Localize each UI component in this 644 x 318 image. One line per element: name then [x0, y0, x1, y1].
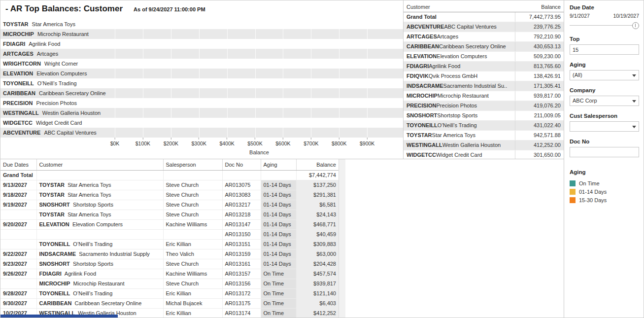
aging-filter-dropdown[interactable]: (All)	[570, 70, 639, 80]
customer-table-row[interactable]: WIDGETCCWidget Credit Card301,650.00	[404, 150, 564, 159]
balance-cell: 939,817.00	[515, 91, 564, 101]
customer-name: Shortstop Sports	[70, 202, 113, 208]
detail-table-row[interactable]: 9/19/2027SNOSHORT Shortstop SportsSteve …	[0, 200, 339, 210]
chart-row-label[interactable]: MICROCHIPMicrochip Restaurant	[0, 29, 115, 39]
customer-name: Precision Photos	[36, 100, 77, 106]
customer-table-row[interactable]: FDIQVIKQvik Process GmbH138,426.91	[404, 71, 564, 81]
as-of-timestamp: As of 9/24/2027 11:00:00 PM	[134, 6, 205, 12]
balance-cell: 792,210.90	[515, 32, 564, 41]
detail-table-row[interactable]: 9/23/2027SNOSHORT Shortstop SportsSteve …	[0, 259, 339, 269]
chart-row-label[interactable]: CARIBBEANCaribbean Secretary Online	[0, 88, 115, 98]
tick-mark	[283, 138, 283, 140]
aging-column-header: Aging	[261, 159, 296, 170]
cust-salesperson-dropdown[interactable]	[570, 121, 639, 132]
customer-table-row[interactable]: ABCVENTUREABC Capital Ventures239,776.25	[404, 22, 564, 32]
chart-row-label[interactable]: WRIGHTCORNWright Corner	[0, 59, 115, 69]
top-filter-input[interactable]	[570, 44, 639, 55]
chart-row-label[interactable]: WESTINGALLWestin Galleria Houston	[0, 108, 115, 118]
bar-track	[115, 59, 403, 69]
slider-handle[interactable]	[632, 22, 639, 29]
customer-table-row[interactable]: PRECISIONPrecision Photos419,076.20	[404, 101, 564, 110]
customer-table-row[interactable]: CARIBBEANCaribbean Secretary Online430,6…	[404, 41, 564, 51]
detail-table-row[interactable]: TOYONEILL O’Neill’s TradingEric KillianA…	[0, 239, 339, 249]
slider-track[interactable]	[570, 25, 639, 26]
detail-table-row[interactable]: 9/26/2027FDIAGRI Agrilink FoodKachine Wi…	[0, 269, 339, 279]
customer-cell: INDSACRAMESacramento Industrial Su..	[404, 81, 515, 91]
main-content: - AR Top Balances: Customer As of 9/24/2…	[0, 0, 564, 318]
detail-table-row[interactable]: MICROCHIP Microchip RestaurantSteve Chur…	[0, 279, 339, 288]
customer-code: FDIAGRI	[39, 271, 62, 277]
legend-item-on-time[interactable]: On Time	[570, 179, 639, 187]
company-filter-dropdown[interactable]: ABC Corp	[570, 96, 639, 106]
salesperson-cell: Steve Church	[163, 190, 222, 200]
customer-cell: ARTCAGESArtcages	[404, 32, 515, 41]
customer-code: WRIGHTCORN	[3, 61, 41, 67]
vertical-scrollbar[interactable]	[339, 159, 345, 318]
chart-row-label[interactable]: TOYSTARStar America Toys	[0, 19, 115, 29]
detail-table-row[interactable]: 9/22/2027INDSACRAME Sacramento Industria…	[0, 249, 339, 259]
customer-code: PRECISION	[3, 100, 33, 106]
due-date-end: 10/19/2027	[613, 13, 639, 19]
horizontal-scrollbar-thumb[interactable]	[0, 315, 118, 318]
due-date-range: 9/1/2027 10/19/2027	[570, 13, 639, 19]
aging-cell: 01-14 Days	[261, 239, 296, 249]
doc-no-cell: AR013150	[222, 229, 261, 239]
customer-cell: TOYSTAR Star America Toys	[36, 210, 163, 219]
customer-table-row[interactable]: ARTCAGESArtcages792,210.90	[404, 32, 564, 41]
chart-row-label[interactable]: TOYONEILLO’Neill’s Trading	[0, 78, 115, 88]
detail-table-row[interactable]: 9/13/2027TOYSTAR Star America ToysSteve …	[0, 180, 339, 190]
balance-cell: $457,574	[296, 269, 339, 279]
customer-code: WESTINGALL	[407, 142, 442, 148]
customer-table-row[interactable]: SNOSHORTShortstop Sports211,009.05	[404, 110, 564, 120]
customer-table-row[interactable]: TOYSTARStar America Toys942,571.88	[404, 130, 564, 140]
balance-cell: $412,252	[296, 308, 339, 318]
legend-item-15-30-days[interactable]: 15-30 Days	[570, 196, 639, 204]
chart-row-label[interactable]: ABCVENTUREABC Capital Ventures	[0, 128, 115, 138]
grand-total-label-cell: Grand Total	[0, 170, 36, 180]
doc-no-cell: AR013147	[222, 219, 261, 229]
customer-table-row[interactable]: WESTINGALLWestin Galleria Houston412,252…	[404, 140, 564, 150]
customer-table-row[interactable]: ELEVATIONElevation Computers509,230.00	[404, 51, 564, 61]
due-date-cell	[0, 210, 36, 219]
customer-table-header-row: Customer Balance	[404, 2, 564, 12]
doc-no-filter-label: Doc No	[570, 139, 639, 144]
customer-table-row[interactable]: INDSACRAMESacramento Industrial Su..171,…	[404, 81, 564, 91]
customer-name: ABC Capital Ventures	[444, 24, 496, 30]
detail-table-row[interactable]: 9/20/2027ELEVATION Elevation ComputersKa…	[0, 219, 339, 229]
detail-table-row[interactable]: AR01315001-14 Days$40,459	[0, 229, 339, 239]
x-axis: $0K$100K$200K$300K$400K$500K$600K$700K$8…	[115, 138, 403, 149]
x-axis-tick: $500K	[247, 138, 262, 146]
x-axis-tick: $400K	[219, 138, 234, 146]
detail-table-row[interactable]: 9/30/2027CARIBBEAN Caribbean Secretary O…	[0, 298, 339, 308]
bar-track	[115, 118, 403, 128]
due-date-slider[interactable]	[570, 22, 639, 29]
customer-table-row[interactable]: TOYONEILLO’Neill’s Trading431,022.40	[404, 120, 564, 130]
customer-name: Microchip Restaurant	[37, 31, 89, 37]
chart-row-label[interactable]: FDIAGRIAgrilink Food	[0, 39, 115, 49]
balance-cell: 211,009.05	[515, 110, 564, 120]
detail-table-row[interactable]: 9/18/2027TOYSTAR Star America ToysSteve …	[0, 190, 339, 200]
customer-grand-total-row[interactable]: Grand Total 7,442,773.95	[404, 12, 564, 22]
doc-no-cell: AR013151	[222, 239, 261, 249]
detail-table-row[interactable]: 9/28/2027TOYONEILL O’Neill’s TradingEric…	[0, 288, 339, 298]
aging-cell: 01-14 Days	[261, 180, 296, 190]
customer-cell: TOYSTAR Star America Toys	[36, 180, 163, 190]
top-row: - AR Top Balances: Customer As of 9/24/2…	[0, 0, 564, 159]
legend-item-01-14-days[interactable]: 01-14 Days	[570, 187, 639, 196]
chart-row-label[interactable]: ARTCAGESArtcages	[0, 49, 115, 59]
customer-name: Star America Toys	[65, 182, 111, 188]
customer-table-row[interactable]: FDIAGRIAgrilink Food813,765.60	[404, 61, 564, 71]
customer-name: Microchip Restaurant	[438, 93, 489, 99]
chart-row-label[interactable]: ELEVATIONElevation Computers	[0, 69, 115, 78]
due-dates-column-header: Due Dates	[0, 159, 36, 170]
customer-name: Sacramento Industrial Su..	[443, 83, 508, 89]
doc-no-filter-input[interactable]	[570, 147, 639, 157]
customer-table-row[interactable]: MICROCHIPMicrochip Restaurant939,817.00	[404, 91, 564, 101]
page-title: - AR Top Balances: Customer	[5, 4, 123, 14]
customer-name: ABC Capital Ventures	[44, 130, 96, 136]
chart-row-label[interactable]: WIDGETCCWidget Credit Card	[0, 118, 115, 128]
detail-grand-total-row[interactable]: Grand Total $7,442,774	[0, 170, 339, 180]
chart-row-label[interactable]: PRECISIONPrecision Photos	[0, 98, 115, 108]
detail-table-row[interactable]: TOYSTAR Star America ToysSteve ChurchAR0…	[0, 210, 339, 219]
customer-code: ARTCAGES	[407, 34, 437, 39]
